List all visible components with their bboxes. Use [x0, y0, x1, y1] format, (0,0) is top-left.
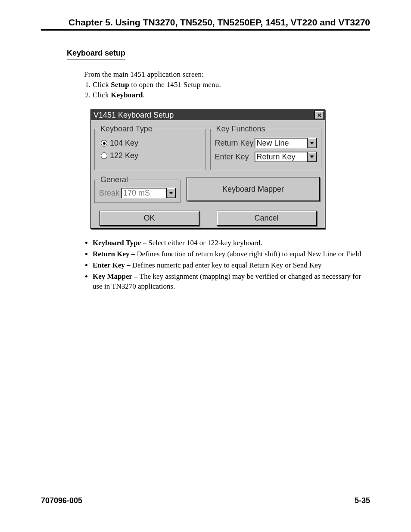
radio-104key[interactable]: 104 Key [101, 139, 201, 148]
list-item: Key Mapper – The key assignment (mapping… [93, 272, 370, 292]
page-number: 5-35 [355, 496, 370, 505]
keyboard-type-group: Keyboard Type 104 Key 122 Key [94, 124, 206, 170]
dialog-title: V1451 Keyboard Setup [93, 111, 174, 120]
key-functions-group: Key Functions Return Key New Line Enter … [210, 124, 322, 170]
description-list: Keyboard Type – Select either 104 or 122… [84, 238, 370, 292]
intro-text: From the main 1451 application screen: [84, 70, 370, 79]
radio-label: 104 Key [110, 139, 138, 148]
step-2: Click Keyboard. [93, 90, 370, 100]
key-functions-legend: Key Functions [215, 124, 267, 134]
general-legend: General [99, 175, 129, 184]
doc-number: 707096-005 [41, 496, 82, 505]
chevron-down-icon[interactable] [167, 188, 176, 198]
enter-key-value: Return Key [255, 152, 308, 162]
step-1: Click Setup to open the 1451 Setup menu. [93, 80, 370, 90]
list-item: Keyboard Type – Select either 104 or 122… [93, 238, 370, 248]
cancel-button[interactable]: Cancel [217, 211, 317, 226]
keyboard-mapper-button[interactable]: Keyboard Mapper [187, 177, 320, 201]
ok-button[interactable]: OK [100, 211, 199, 226]
chevron-down-icon[interactable] [308, 138, 317, 148]
radio-icon [101, 140, 107, 146]
radio-label: 122 Key [110, 151, 138, 160]
keyboard-setup-dialog: V1451 Keyboard Setup ✕ Keyboard Type 104… [90, 109, 325, 229]
break-value: 170 mS [121, 188, 167, 198]
dialog-titlebar: V1451 Keyboard Setup ✕ [91, 110, 325, 120]
return-key-combo[interactable]: New Line [255, 138, 317, 148]
radio-122key[interactable]: 122 Key [101, 151, 201, 160]
chapter-title: Chapter 5. Using TN3270, TN5250, TN5250E… [41, 17, 370, 31]
enter-key-label: Enter Key [215, 152, 255, 162]
chevron-down-icon[interactable] [308, 152, 317, 162]
break-label: Break [99, 189, 119, 198]
close-icon[interactable]: ✕ [314, 111, 324, 119]
return-key-value: New Line [255, 138, 308, 148]
enter-key-combo[interactable]: Return Key [255, 152, 317, 162]
list-item: Return Key – Defines function of return … [93, 249, 370, 259]
general-group: General Break 170 mS [94, 175, 181, 203]
break-combo[interactable]: 170 mS [121, 188, 176, 198]
radio-icon [101, 152, 107, 159]
section-title: Keyboard setup [67, 49, 125, 59]
list-item: Enter Key – Defines numeric pad enter ke… [93, 261, 370, 271]
keyboard-type-legend: Keyboard Type [99, 124, 154, 134]
return-key-label: Return Key [215, 139, 255, 148]
